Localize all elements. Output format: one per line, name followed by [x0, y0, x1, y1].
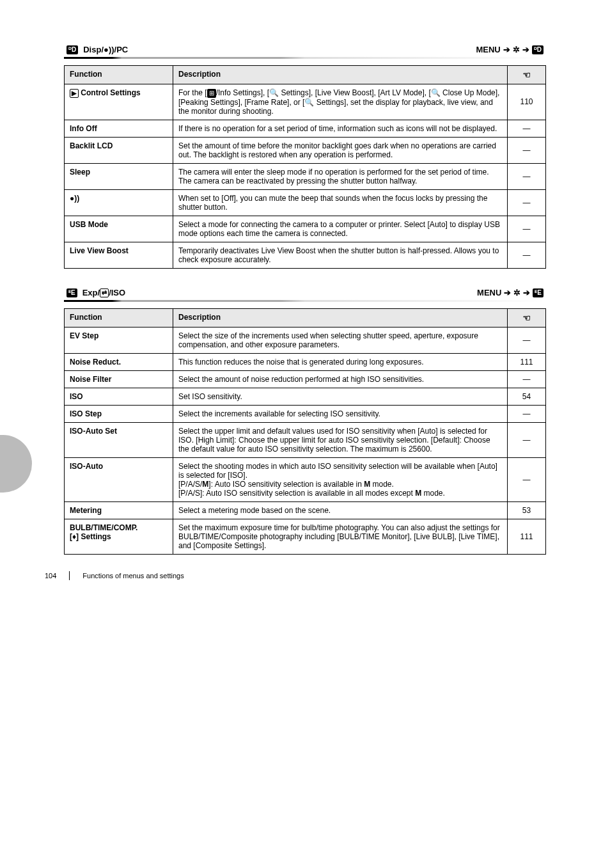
func-cell: ●)) [65, 189, 173, 216]
section-d-path: MENU ➔ ✲ ➔ ᴰD [476, 45, 544, 54]
arrow-icon: ➔ [523, 288, 530, 297]
section-d-tab-icon: ᴰD [532, 45, 544, 54]
mode-m-icon: M [364, 480, 370, 489]
section-d-title-text: Disp/●))/PC [83, 45, 128, 54]
desc-cell: Set the maximum exposure time for bulb/t… [173, 519, 508, 555]
ref-cell: — [508, 371, 546, 388]
zoom-icon: 🔍 [269, 88, 279, 97]
func-cell: BULB/TIME/COMP.[♦] Settings [65, 519, 173, 555]
table-row: Sleep The camera will enter the sleep mo… [65, 163, 546, 189]
func-cell: Noise Filter [65, 371, 173, 388]
desc-cell: This function reduces the noise that is … [173, 354, 508, 371]
desc-cell: The camera will enter the sleep mode if … [173, 163, 508, 189]
desc-cell: When set to [Off], you can mute the beep… [173, 189, 508, 216]
col-ref: ☞ [508, 66, 546, 84]
ref-cell: — [508, 189, 546, 216]
table-header-row: Function Description ☞ [65, 66, 546, 84]
col-function: Function [65, 66, 173, 84]
beep-icon: ●)) [104, 45, 114, 54]
hand-icon: ☞ [522, 70, 531, 80]
func-cell: Info Off [65, 120, 173, 137]
table-row: ●)) When set to [Off], you can mute the … [65, 189, 546, 216]
footer-text: Functions of menus and settings [82, 572, 184, 580]
section-e: ᴱE Exp/⇄/ISO MENU ➔ ✲ ➔ ᴱE Function Desc… [64, 288, 546, 555]
ref-cell: 111 [508, 354, 546, 371]
section-d-tab-icon: ᴰD [66, 45, 78, 54]
section-d: ᴰD Disp/●))/PC MENU ➔ ✲ ➔ ᴰD Function De… [64, 45, 546, 269]
func-text: Control Settings [81, 88, 140, 97]
table-row: ISO-Auto Set Select the upper limit and … [65, 423, 546, 458]
func-cell: Metering [65, 502, 173, 519]
page-footer: 104 Functions of menus and settings [45, 571, 184, 580]
func-cell: Sleep [65, 163, 173, 189]
func-cell: ISO-Auto Set [65, 423, 173, 458]
ref-cell: — [508, 216, 546, 242]
col-description: Description [173, 309, 508, 327]
desc-cell: Select a metering mode based on the scen… [173, 502, 508, 519]
col-function: Function [65, 309, 173, 327]
desc-cell: Select the size of the increments used w… [173, 327, 508, 354]
func-cell: ISO-Auto [65, 458, 173, 502]
desc-cell: Select the upper limit and default value… [173, 423, 508, 458]
ref-cell: 53 [508, 502, 546, 519]
exposure-icon: ⇄ [100, 288, 109, 297]
func-cell: ▶ Control Settings [65, 84, 173, 120]
ref-cell: — [508, 406, 546, 423]
section-d-table: Function Description ☞ ▶ Control Setting… [64, 65, 546, 269]
section-e-tab-icon: ᴱE [533, 288, 544, 297]
arrow-icon: ➔ [522, 45, 529, 54]
table-row: Backlit LCD Set the amount of time befor… [65, 137, 546, 163]
mode-m-icon: M [415, 489, 421, 498]
table-row: Info Off If there is no operation for a … [65, 120, 546, 137]
section-e-path: MENU ➔ ✲ ➔ ᴱE [477, 288, 544, 297]
ref-cell: — [508, 242, 546, 268]
section-e-table: Function Description ☞ EV Step Select th… [64, 308, 546, 555]
desc-cell: For the [⊞/Info Settings], [🔍 Settings],… [173, 84, 508, 120]
func-cell: Live View Boost [65, 242, 173, 268]
section-e-title-text: Exp/⇄/ISO [82, 288, 125, 298]
section-e-tab-icon: ᴱE [66, 288, 77, 297]
section-e-title: ᴱE Exp/⇄/ISO [66, 288, 125, 298]
func-cell: EV Step [65, 327, 173, 354]
ref-cell: 111 [508, 519, 546, 555]
col-ref: ☞ [508, 309, 546, 327]
desc-cell: Set ISO sensitivity. [173, 388, 508, 406]
func-cell: Noise Reduct. [65, 354, 173, 371]
col-description: Description [173, 66, 508, 84]
monitor-icon: ▶ [70, 89, 79, 98]
ref-cell: 110 [508, 84, 546, 120]
ref-cell: — [508, 137, 546, 163]
section-d-title: ᴰD Disp/●))/PC [66, 45, 128, 54]
table-row: ISO Step Select the increments available… [65, 406, 546, 423]
table-row: BULB/TIME/COMP.[♦] Settings Set the maxi… [65, 519, 546, 555]
table-row: Noise Reduct. This function reduces the … [65, 354, 546, 371]
desc-cell: Select the amount of noise reduction per… [173, 371, 508, 388]
table-row: EV Step Select the size of the increment… [65, 327, 546, 354]
table-row: ISO Set ISO sensitivity. 54 [65, 388, 546, 406]
table-row: Metering Select a metering mode based on… [65, 502, 546, 519]
ref-cell: — [508, 163, 546, 189]
flash-bracket-icon: [♦] [70, 532, 79, 541]
side-tab: 4 [0, 435, 32, 493]
section-e-header: ᴱE Exp/⇄/ISO MENU ➔ ✲ ➔ ᴱE [64, 288, 546, 298]
table-row: ▶ Control Settings For the [⊞/Info Setti… [65, 84, 546, 120]
desc-cell: Select a mode for connecting the camera … [173, 216, 508, 242]
ref-cell: — [508, 120, 546, 137]
table-header-row: Function Description ☞ [65, 309, 546, 327]
desc-cell: Select the increments available for sele… [173, 406, 508, 423]
desc-cell: If there is no operation for a set perio… [173, 120, 508, 137]
desc-cell: Select the shooting modes in which auto … [173, 458, 508, 502]
arrow-icon: ➔ [503, 45, 510, 54]
table-row: USB Mode Select a mode for connecting th… [65, 216, 546, 242]
table-row: Noise Filter Select the amount of noise … [65, 371, 546, 388]
func-cell: ISO Step [65, 406, 173, 423]
func-cell: Backlit LCD [65, 137, 173, 163]
zoom-icon: 🔍 [304, 98, 314, 107]
gear-icon: ✲ [513, 45, 520, 54]
ref-cell: — [508, 423, 546, 458]
ref-cell: — [508, 458, 546, 502]
desc-cell: Temporarily deactivates Live View Boost … [173, 242, 508, 268]
mode-m-icon: M [202, 480, 208, 489]
section-d-rule [64, 57, 546, 59]
func-cell: USB Mode [65, 216, 173, 242]
